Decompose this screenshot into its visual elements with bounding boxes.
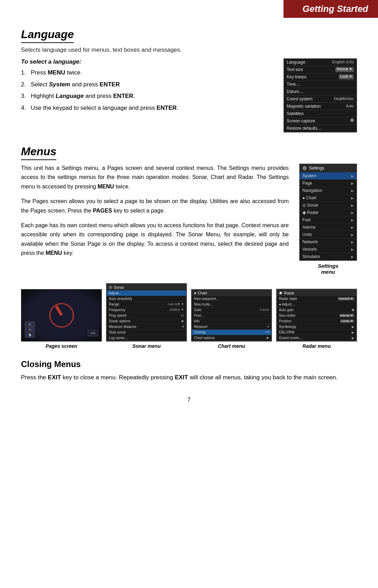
radar-menu-header: Radar — [284, 291, 294, 295]
lang-menu-row-screencap: Screen capture — [284, 117, 357, 125]
small-icons: ⚓ 🗺 📡 — [25, 322, 35, 338]
lang-menu-row-time: Time.... — [284, 81, 357, 88]
settings-menu-header: ⚙ Settings — [300, 164, 357, 172]
step3-italic: Language — [56, 93, 84, 99]
lang-menu-row-satellites: Satellites — [284, 110, 357, 117]
to-select-label: To select a language: — [21, 58, 273, 65]
menus-layout: This unit has a Settings menu, a Pages s… — [21, 164, 357, 275]
settings-menu-caption: Settingsmenu — [318, 263, 338, 275]
language-section: Language Selects language used for menus… — [21, 28, 357, 132]
pages-screen-image: ⚓ 🗺 📡 Info — [21, 289, 102, 342]
settings-menu-item-vessels: Vessels ▶ — [300, 246, 357, 253]
closing-text: Press the EXIT key to close a menu. Repe… — [21, 373, 357, 382]
menus-paragraph3: Each page has its own context menu which… — [21, 221, 289, 258]
pages-screen-item: ⚓ 🗺 📡 Info Pages screen — [21, 289, 102, 349]
menus-paragraph1: This unit has a Settings menu, a Pages s… — [21, 164, 289, 191]
screenshots-row: ⚓ 🗺 📡 Info Pages screen ◎ Sonar — [21, 283, 357, 349]
info-box: Info — [88, 330, 98, 336]
chart-menu-header: Chart — [198, 291, 207, 295]
radar-menu-item: ◉ Radar Radar stateTransmit ▼ ● Adjust..… — [276, 289, 357, 349]
settings-menu-item-page: Page ▶ — [300, 180, 357, 187]
language-subtitle: Selects language used for menus, text bo… — [21, 46, 357, 53]
settings-menu-item-chart: ● Chart ▶ — [300, 194, 357, 202]
language-settings-screenshot: Language English (US) Text size Normal ▼… — [284, 58, 357, 132]
settings-menu-item-fuel: Fuel ▶ — [300, 216, 357, 224]
sonar-menu-image: ◎ Sonar Adjust... Auto sensitivity Range… — [106, 283, 187, 342]
closing-section: Closing Menus Press the EXIT key to clos… — [21, 359, 357, 382]
settings-menu-item-alarms: Alarms ▶ — [300, 224, 357, 231]
step-4: 4. Use the keypad to select a language a… — [21, 103, 273, 113]
settings-menu-item-system: System ▶ — [300, 172, 357, 180]
chart-menu-caption: Chart menu — [218, 343, 245, 349]
sonar-menu-caption: Sonar menu — [132, 343, 161, 349]
step1-bold: MENU — [48, 69, 65, 76]
lang-menu-row-language: Language English (US) — [284, 59, 357, 66]
lang-menu-row-textsize: Text size Normal ▼ — [284, 66, 357, 73]
gauge — [49, 303, 74, 328]
radar-menu-image: ◉ Radar Radar stateTransmit ▼ ● Adjust..… — [276, 289, 357, 342]
menus-paragraph2: The Pages screen allows you to select a … — [21, 197, 289, 215]
radar-menu-caption: Radar menu — [302, 343, 331, 349]
main-content: Language Selects language used for menus… — [0, 0, 378, 424]
step2-italic: System — [49, 81, 70, 88]
settings-menu-item-network: Network ▶ — [300, 238, 357, 246]
settings-menu-screenshot: ⚙ Settings System ▶ Page ▶ Navigation ▶ — [299, 164, 357, 261]
menus-text: This unit has a Settings menu, a Pages s… — [21, 164, 289, 264]
lang-menu-row-restore: Restore defaults.... — [284, 125, 357, 132]
lang-menu-row-keybeeps: Key beeps Loud ▼ — [284, 73, 357, 81]
step-2: 2. Select System and press ENTER — [21, 80, 273, 89]
page-number: 7 — [21, 396, 357, 403]
settings-menu-item-simulator: Simulator ▶ — [300, 253, 357, 260]
sonar-menu-item: ◎ Sonar Adjust... Auto sensitivity Range… — [106, 283, 187, 349]
settings-menu-item-radar: ◉ Radar ▶ — [300, 209, 357, 216]
lang-menu-row-magvar: Magnetic variation Auto — [284, 103, 357, 110]
settings-menu-item-units: Units ▶ — [300, 231, 357, 238]
header-title: Getting Started — [302, 3, 368, 14]
chart-menu-image: ● Chart New waypoint... New route... Got… — [191, 289, 272, 342]
menus-title: Menus — [21, 145, 56, 160]
step-3: 3. Highlight Language and press ENTER. — [21, 92, 273, 101]
language-steps: To select a language: 1. Press MENU twic… — [21, 58, 273, 115]
screen-capture-dot — [350, 119, 354, 122]
sonar-menu-header: Sonar — [114, 285, 124, 289]
lang-menu-row-datum: Datum.... — [284, 88, 357, 95]
step-1: 1. Press MENU twice. — [21, 68, 273, 77]
lang-menu-row-coord: Coord system DegMinSec — [284, 95, 357, 103]
step4-bold: ENTER — [156, 105, 177, 111]
language-title: Language — [21, 28, 74, 43]
menus-section: Menus This unit has a Settings menu, a P… — [21, 145, 357, 349]
language-block: To select a language: 1. Press MENU twic… — [21, 58, 357, 132]
header-bar: Getting Started — [284, 0, 378, 18]
steps-list: 1. Press MENU twice. 2. Select System an… — [21, 68, 273, 112]
settings-menu-item-sonar: ◎ Sonar ▶ — [300, 202, 357, 209]
step2-bold: ENTER — [100, 81, 120, 88]
closing-title: Closing Menus — [21, 359, 357, 369]
settings-menu-item-navigation: Navigation ▶ — [300, 187, 357, 194]
step3-bold: ENTER — [113, 93, 133, 99]
chart-menu-item: ● Chart New waypoint... New route... Got… — [191, 289, 272, 349]
pages-screen-caption: Pages screen — [46, 343, 77, 349]
